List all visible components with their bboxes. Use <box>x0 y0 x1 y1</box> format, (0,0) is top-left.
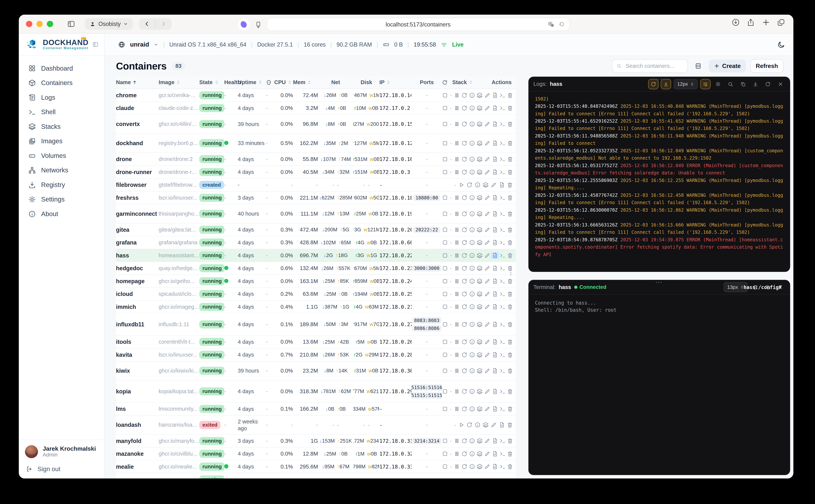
reload-logs-button[interactable] <box>763 79 773 89</box>
forward-button[interactable] <box>156 20 172 27</box>
minimize-window-button[interactable] <box>36 21 43 27</box>
table-row-grafana[interactable]: grafanagrafana/grafanarunning-4 days-0.3… <box>116 236 516 249</box>
info-icon[interactable] <box>469 388 475 395</box>
pencil-icon[interactable] <box>484 210 490 217</box>
stop-icon[interactable] <box>442 140 448 147</box>
extension-icon[interactable] <box>238 19 250 30</box>
pause-icon[interactable] <box>454 210 460 217</box>
table-row-hass[interactable]: hasshomeassistant...running-4 days-0.0%6… <box>116 249 516 262</box>
chevron-down-icon[interactable] <box>154 42 158 47</box>
pencil-icon[interactable] <box>484 463 490 470</box>
terminal-icon[interactable] <box>499 105 506 112</box>
info-icon[interactable] <box>469 438 475 444</box>
table-row-kavita[interactable]: kavitalscr.io/linuxser...running-4 days-… <box>116 349 516 361</box>
terminal-icon[interactable] <box>499 194 506 201</box>
pause-icon[interactable] <box>454 291 460 297</box>
pause-icon[interactable] <box>454 321 460 328</box>
trash-icon[interactable] <box>506 182 513 188</box>
trash-icon[interactable] <box>507 321 513 328</box>
table-row-claude[interactable]: claudeclaude-code-z...running-4 days-0.0… <box>116 102 516 115</box>
sidebar-item-about[interactable]: About <box>23 207 100 221</box>
restart-icon[interactable] <box>461 438 468 444</box>
pencil-icon[interactable] <box>490 422 497 428</box>
restart-icon[interactable] <box>466 422 473 428</box>
info-icon[interactable] <box>469 291 475 297</box>
restart-icon[interactable] <box>461 226 468 233</box>
terminal-icon[interactable] <box>499 388 506 395</box>
stop-icon[interactable] <box>442 303 448 310</box>
layers-icon[interactable] <box>476 463 483 470</box>
terminal-icon[interactable] <box>499 450 506 457</box>
restart-icon[interactable] <box>461 388 468 395</box>
layers-icon[interactable] <box>476 278 483 284</box>
host-selector[interactable]: unraid <box>130 41 149 48</box>
layers-icon[interactable] <box>476 239 483 246</box>
file-icon[interactable] <box>492 194 498 201</box>
terminal-icon[interactable] <box>499 321 506 328</box>
table-row-mazanoke[interactable]: mazanokeghcr.io/civilblu...running-4 day… <box>116 447 516 460</box>
table-row-dockhand[interactable]: dockhandregistry.bor6.p...running33 minu… <box>116 134 516 153</box>
pause-icon[interactable] <box>454 450 460 457</box>
file-icon[interactable] <box>492 239 498 246</box>
sidebar-item-shell[interactable]: Shell <box>23 105 100 119</box>
sidebar-collapse-icon[interactable] <box>92 41 99 48</box>
create-button[interactable]: Create <box>709 60 746 72</box>
layers-icon[interactable] <box>476 450 483 457</box>
pause-icon[interactable] <box>454 406 460 412</box>
sidebar-item-networks[interactable]: Networks <box>23 163 100 178</box>
layers-icon[interactable] <box>476 156 483 163</box>
pause-icon[interactable] <box>454 278 460 284</box>
pencil-icon[interactable] <box>484 92 490 99</box>
stop-icon[interactable] <box>442 367 448 374</box>
pause-icon[interactable] <box>454 265 460 272</box>
terminal-icon[interactable] <box>499 239 506 246</box>
file-icon[interactable] <box>492 169 498 175</box>
terminal-icon[interactable] <box>499 367 506 374</box>
table-row-manyfold[interactable]: manyfoldghcr.io/manyfo...running-3 days-… <box>116 435 516 447</box>
trash-icon[interactable] <box>506 422 513 428</box>
terminal-icon[interactable] <box>499 291 506 297</box>
table-row-garminconnect[interactable]: garminconnectthisisarpangho...running-40… <box>116 204 516 223</box>
port-badge[interactable]: 51516:51516 <box>412 384 442 391</box>
file-icon[interactable] <box>492 303 498 310</box>
file-icon[interactable] <box>492 156 498 163</box>
trash-icon[interactable] <box>507 450 513 457</box>
search-logs-button[interactable] <box>726 79 735 89</box>
trash-icon[interactable] <box>507 140 513 147</box>
stop-icon[interactable] <box>442 406 448 412</box>
restart-icon[interactable] <box>461 252 468 259</box>
trash-icon[interactable] <box>507 92 513 99</box>
info-icon[interactable] <box>469 321 475 328</box>
table-row-mealie[interactable]: mealieghcr.io/mealie...running4 days-0.1… <box>116 460 516 473</box>
info-icon[interactable] <box>469 463 475 470</box>
layers-icon[interactable] <box>476 252 483 259</box>
file-icon[interactable] <box>492 321 498 328</box>
file-icon[interactable] <box>492 210 498 217</box>
download-logs-button[interactable] <box>751 79 760 89</box>
file-icon[interactable] <box>492 351 498 358</box>
panel-resize-handle[interactable]: ••• <box>510 270 512 276</box>
info-icon[interactable] <box>469 367 475 374</box>
restart-icon[interactable] <box>461 291 468 297</box>
file-icon[interactable] <box>492 278 498 284</box>
restart-icon[interactable] <box>461 121 468 128</box>
pencil-icon[interactable] <box>484 121 490 128</box>
restart-icon[interactable] <box>461 105 468 112</box>
stop-icon[interactable] <box>442 239 448 246</box>
table-row-influxdb11[interactable]: influxdb11influxdb:1.11running-4 days-0.… <box>116 313 516 336</box>
table-row-lms[interactable]: lmslmscommunity...running-4 days-0.1%166… <box>116 403 516 416</box>
pause-icon[interactable] <box>454 339 460 345</box>
sidebar-item-containers[interactable]: Containers <box>23 76 100 90</box>
terminal-icon[interactable] <box>499 303 506 310</box>
trash-icon[interactable] <box>507 438 513 444</box>
layers-icon[interactable] <box>476 140 483 147</box>
column-disk[interactable]: Disk <box>353 79 380 85</box>
layers-icon[interactable] <box>476 194 483 201</box>
new-tab-icon[interactable] <box>762 18 770 26</box>
pencil-icon[interactable] <box>484 265 490 272</box>
terminal-icon[interactable] <box>499 438 506 444</box>
file-icon[interactable] <box>492 92 498 99</box>
layers-icon[interactable] <box>476 105 483 112</box>
pause-icon[interactable] <box>454 169 460 175</box>
restart-icon[interactable] <box>461 463 468 470</box>
